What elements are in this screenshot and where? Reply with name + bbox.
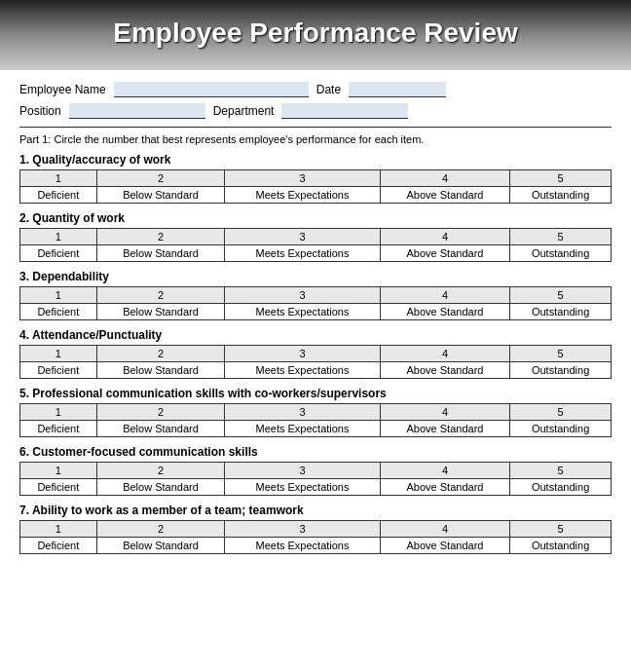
col-header: 2 xyxy=(96,287,225,304)
rating-label: Deficient xyxy=(20,538,97,554)
col-header: 4 xyxy=(380,404,509,421)
rating-label: Meets Expectations xyxy=(225,421,380,437)
col-header: 5 xyxy=(510,346,612,362)
rating-label: Meets Expectations xyxy=(225,304,380,320)
rating-label: Meets Expectations xyxy=(225,479,380,496)
rating-label: Outstanding xyxy=(510,479,612,496)
col-header: 2 xyxy=(96,463,225,479)
col-header: 4 xyxy=(380,287,509,304)
rating-table-7: 12345DeficientBelow StandardMeets Expect… xyxy=(19,520,612,554)
rating-label: Below Standard xyxy=(96,421,225,437)
department-label: Department xyxy=(213,104,275,118)
rating-label: Above Standard xyxy=(380,538,509,554)
col-header: 1 xyxy=(20,404,97,421)
col-header: 3 xyxy=(225,463,380,479)
col-header: 5 xyxy=(510,229,612,245)
rating-label: Meets Expectations xyxy=(225,245,380,262)
rating-label: Below Standard xyxy=(96,245,225,262)
col-header: 3 xyxy=(225,287,380,304)
rating-label: Deficient xyxy=(20,479,97,496)
section-title-5: 5. Professional communication skills wit… xyxy=(19,387,612,400)
col-header: 1 xyxy=(20,287,97,304)
rating-table-2: 12345DeficientBelow StandardMeets Expect… xyxy=(19,228,612,262)
rating-label: Above Standard xyxy=(380,362,509,379)
rating-label: Outstanding xyxy=(510,304,612,320)
rating-label: Below Standard xyxy=(96,304,225,320)
page-title: Employee Performance Review xyxy=(19,18,612,49)
section-title-2: 2. Quantity of work xyxy=(19,211,612,225)
col-header: 2 xyxy=(96,346,225,362)
col-header: 4 xyxy=(380,170,509,187)
col-header: 3 xyxy=(225,346,380,362)
header: Employee Performance Review xyxy=(0,0,631,70)
rating-label: Deficient xyxy=(20,362,97,379)
rating-label: Deficient xyxy=(20,304,97,320)
col-header: 3 xyxy=(225,170,380,187)
col-header: 3 xyxy=(225,404,380,421)
rating-label: Deficient xyxy=(20,187,97,204)
rating-label: Below Standard xyxy=(96,362,225,379)
rating-label: Below Standard xyxy=(96,538,225,554)
rating-label: Above Standard xyxy=(380,187,509,204)
col-header: 1 xyxy=(20,170,97,187)
section-title-7: 7. Ability to work as a member of a team… xyxy=(19,504,612,517)
date-input[interactable] xyxy=(349,82,446,97)
rating-label: Meets Expectations xyxy=(225,187,380,204)
rating-label: Outstanding xyxy=(510,421,612,437)
col-header: 3 xyxy=(225,521,380,538)
rating-table-3: 12345DeficientBelow StandardMeets Expect… xyxy=(19,286,612,320)
col-header: 5 xyxy=(510,463,612,479)
col-header: 2 xyxy=(96,170,225,187)
rating-table-4: 12345DeficientBelow StandardMeets Expect… xyxy=(19,345,612,379)
col-header: 2 xyxy=(96,404,225,421)
col-header: 4 xyxy=(380,521,509,538)
col-header: 4 xyxy=(380,229,509,245)
rating-table-6: 12345DeficientBelow StandardMeets Expect… xyxy=(19,462,612,496)
instructions: Part 1: Circle the number that best repr… xyxy=(19,127,612,145)
rating-label: Deficient xyxy=(20,421,97,437)
name-row: Employee Name Date xyxy=(19,82,612,97)
department-input[interactable] xyxy=(281,103,408,119)
col-header: 2 xyxy=(96,229,225,245)
section-title-3: 3. Dependability xyxy=(19,270,612,283)
section-title-6: 6. Customer-focused communication skills xyxy=(19,445,612,459)
rating-label: Below Standard xyxy=(96,479,225,496)
col-header: 5 xyxy=(510,170,612,187)
page: Employee Performance Review Employee Nam… xyxy=(0,0,631,672)
col-header: 5 xyxy=(510,404,612,421)
rating-label: Outstanding xyxy=(510,187,612,204)
employee-name-input[interactable] xyxy=(114,82,309,97)
col-header: 4 xyxy=(380,346,509,362)
rating-label: Outstanding xyxy=(510,362,612,379)
content: Employee Name Date Position Department P… xyxy=(0,70,631,572)
rating-label: Meets Expectations xyxy=(225,362,380,379)
position-row: Position Department xyxy=(19,103,612,119)
rating-label: Above Standard xyxy=(380,421,509,437)
col-header: 1 xyxy=(20,229,97,245)
col-header: 5 xyxy=(510,287,612,304)
rating-label: Outstanding xyxy=(510,538,612,554)
date-label: Date xyxy=(316,83,341,96)
rating-label: Below Standard xyxy=(96,187,225,204)
rating-label: Above Standard xyxy=(380,245,509,262)
col-header: 1 xyxy=(20,463,97,479)
position-input[interactable] xyxy=(69,103,205,119)
rating-label: Meets Expectations xyxy=(225,538,380,554)
rating-label: Deficient xyxy=(20,245,97,262)
col-header: 3 xyxy=(225,229,380,245)
col-header: 1 xyxy=(20,346,97,362)
rating-label: Above Standard xyxy=(380,479,509,496)
position-label: Position xyxy=(19,104,61,118)
rating-label: Above Standard xyxy=(380,304,509,320)
col-header: 5 xyxy=(510,521,612,538)
employee-name-label: Employee Name xyxy=(19,83,106,96)
rating-label: Outstanding xyxy=(510,245,612,262)
section-title-4: 4. Attendance/Punctuality xyxy=(19,328,612,342)
rating-table-1: 12345DeficientBelow StandardMeets Expect… xyxy=(19,169,612,204)
col-header: 2 xyxy=(96,521,225,538)
rating-table-5: 12345DeficientBelow StandardMeets Expect… xyxy=(19,403,612,437)
section-title-1: 1. Quality/accuracy of work xyxy=(19,153,612,167)
col-header: 1 xyxy=(20,521,97,538)
sections-container: 1. Quality/accuracy of work12345Deficien… xyxy=(19,153,612,554)
col-header: 4 xyxy=(380,463,509,479)
